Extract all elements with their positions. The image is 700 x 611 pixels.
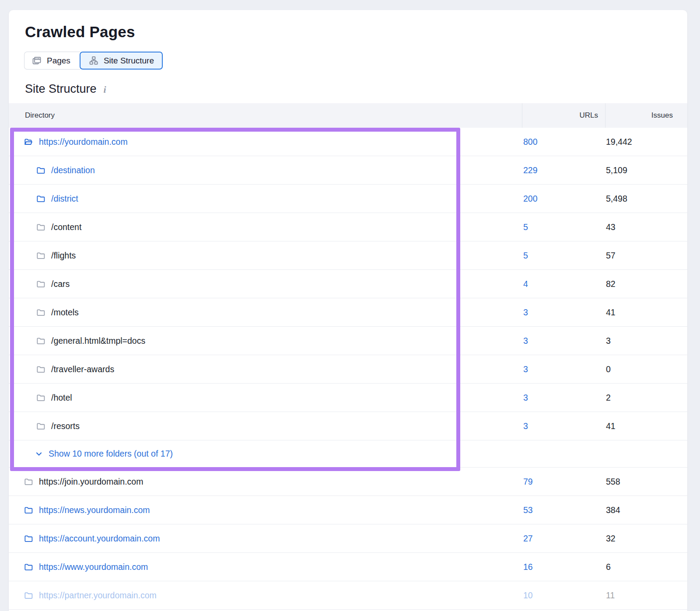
table-row: /destination 229 5,109 (9, 156, 687, 185)
urls-count-link[interactable]: 5 (523, 222, 528, 232)
directory-label: /general.html&tmpl=docs (51, 336, 145, 346)
urls-cell: 3 (522, 364, 605, 374)
issues-count: 41 (605, 307, 687, 318)
urls-cell: 53 (522, 505, 605, 515)
table-row: /general.html&tmpl=docs 3 3 (9, 327, 687, 355)
page-title: Crawled Pages (9, 10, 687, 41)
folder-icon (36, 308, 46, 317)
site-structure-tab-label: Site Structure (104, 56, 154, 66)
table-row: /flights 5 57 (9, 241, 687, 270)
folder-icon (36, 251, 46, 260)
urls-count-link[interactable]: 53 (523, 505, 533, 515)
directory-label[interactable]: https://news.yourdomain.com (39, 505, 150, 515)
urls-count-link[interactable]: 5 (523, 251, 528, 260)
urls-count-link[interactable]: 200 (523, 194, 538, 203)
issues-count: 11 (605, 590, 687, 601)
folder-icon (36, 223, 46, 232)
directory-cell: /cars (9, 279, 522, 289)
chevron-down-icon (35, 450, 43, 458)
info-icon[interactable]: i (104, 84, 106, 95)
pages-tab-label: Pages (47, 56, 70, 66)
directory-label[interactable]: https://www.yourdomain.com (39, 562, 148, 572)
folder-icon (36, 279, 46, 289)
urls-cell: 4 (522, 279, 605, 289)
table-row: /hotel 3 2 (9, 384, 687, 412)
directory-cell: /motels (9, 307, 522, 318)
urls-count-link[interactable]: 16 (523, 562, 533, 572)
urls-cell: 79 (522, 477, 605, 487)
table-row: https://partner.yourdomain.com 10 11 (9, 581, 687, 610)
site-structure-tab-button[interactable]: Site Structure (80, 52, 163, 70)
folder-icon (24, 562, 33, 572)
directory-cell: https://account.yourdomain.com (9, 534, 522, 544)
urls-cell: 229 (522, 165, 605, 175)
view-toggle: Pages Site Structure (24, 52, 163, 70)
directory-cell: /resorts (9, 421, 522, 431)
urls-count-link[interactable]: 3 (523, 393, 528, 402)
site-structure-table: Directory URLs Issues https://yourdomain… (9, 103, 687, 610)
folder-icon (24, 591, 33, 600)
table-row: https://www.yourdomain.com 16 6 (9, 553, 687, 581)
urls-count-link[interactable]: 800 (523, 137, 538, 147)
column-header-issues: Issues (605, 103, 687, 128)
table-row: https://news.yourdomain.com 53 384 (9, 496, 687, 524)
folder-icon (36, 336, 46, 346)
table-row: https://yourdomain.com 800 19,442 (9, 128, 687, 156)
issues-count: 41 (605, 421, 687, 431)
issues-count: 6 (605, 562, 687, 572)
directory-label: /motels (51, 307, 79, 318)
directory-cell: /destination (9, 165, 522, 175)
directory-label: /resorts (51, 421, 80, 431)
urls-count-link[interactable]: 3 (523, 336, 528, 346)
directory-label: /cars (51, 279, 70, 289)
folder-icon (24, 506, 33, 515)
issues-count: 19,442 (605, 137, 687, 147)
urls-cell: 3 (522, 307, 605, 318)
directory-cell: /hotel (9, 393, 522, 403)
urls-cell: 800 (522, 137, 605, 147)
directory-cell: https://news.yourdomain.com (9, 505, 522, 515)
directory-cell: /flights (9, 251, 522, 261)
urls-count-link[interactable]: 10 (523, 590, 533, 600)
urls-count-link[interactable]: 79 (523, 477, 533, 486)
urls-cell: 27 (522, 534, 605, 544)
urls-cell: 3 (522, 421, 605, 431)
table-row: https://join.yourdomain.com 79 558 (9, 468, 687, 496)
urls-count-link[interactable]: 3 (523, 421, 528, 431)
folder-icon (36, 365, 46, 374)
directory-label[interactable]: https://partner.yourdomain.com (39, 590, 157, 601)
issues-count: 5,109 (605, 165, 687, 175)
urls-count-link[interactable]: 27 (523, 534, 533, 543)
urls-count-link[interactable]: 229 (523, 165, 538, 175)
directory-cell: /content (9, 222, 522, 232)
directory-label[interactable]: /destination (51, 165, 95, 175)
folder-icon (36, 166, 46, 175)
section-heading: Site Structure i (25, 82, 687, 96)
urls-count-link[interactable]: 4 (523, 279, 528, 289)
table-row: https://account.yourdomain.com 27 32 (9, 524, 687, 553)
directory-label[interactable]: https://yourdomain.com (39, 137, 128, 147)
urls-count-link[interactable]: 3 (523, 307, 528, 317)
urls-count-link[interactable]: 3 (523, 364, 528, 374)
urls-cell: 3 (522, 393, 605, 403)
directory-label[interactable]: https://account.yourdomain.com (39, 534, 160, 544)
directory-cell: /traveller-awards (9, 364, 522, 374)
urls-cell: 3 (522, 336, 605, 346)
directory-cell: /district (9, 194, 522, 204)
pages-tab-button[interactable]: Pages (24, 52, 80, 70)
issues-count: 5,498 (605, 194, 687, 204)
issues-count: 2 (605, 393, 687, 403)
issues-count: 82 (605, 279, 687, 289)
directory-label: /flights (51, 251, 76, 261)
directory-label[interactable]: /district (51, 194, 78, 204)
table-row: /resorts 3 41 (9, 412, 687, 440)
table-row: /motels 3 41 (9, 298, 687, 327)
table-row: /cars 4 82 (9, 270, 687, 298)
urls-cell: 10 (522, 590, 605, 601)
show-more-link[interactable]: Show 10 more folders (out of 17) (9, 440, 687, 468)
pages-icon (32, 56, 42, 66)
issues-count: 43 (605, 222, 687, 232)
table-header-row: Directory URLs Issues (9, 103, 687, 128)
table-row: /traveller-awards 3 0 (9, 355, 687, 384)
folder-icon (36, 194, 46, 203)
